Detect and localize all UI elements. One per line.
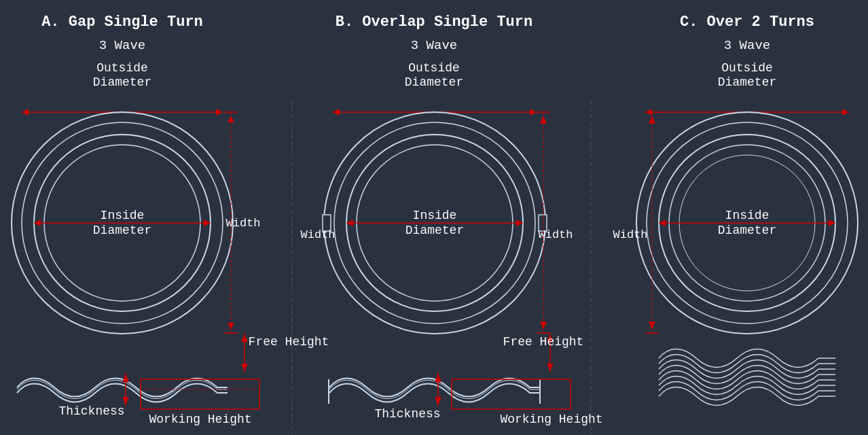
od-label-a-1: Outside [96,61,148,75]
width-label-c: Width [613,228,647,241]
title-c: C. Over 2 Turns [680,14,814,31]
od-label-b-2: Diameter [405,75,463,89]
id-label-b-1: Inside [413,209,457,222]
title-b: B. Overlap Single Turn [336,14,532,31]
wave-a: 3 Wave [99,38,145,53]
od-label-b-1: Outside [408,61,460,75]
diagram-svg: A. Gap Single Turn B. Overlap Single Tur… [0,0,868,435]
id-label-b-2: Diameter [405,224,464,237]
thickness-label-a: Thickness [58,404,124,418]
thickness-label-b: Thickness [374,407,440,421]
id-label-a-2: Diameter [93,224,151,237]
id-label-a-1: Inside [101,209,145,222]
wave-c: 3 Wave [724,38,770,53]
width-label-b-right: Width [538,228,573,241]
od-label-c-2: Diameter [718,75,776,89]
title-a: A. Gap Single Turn [41,14,203,31]
od-label-c-1: Outside [721,61,773,75]
id-label-c-1: Inside [725,209,770,222]
width-label-b-left: Width [300,228,335,241]
wave-b: 3 Wave [411,38,457,53]
od-label-a-2: Diameter [93,75,151,89]
main-container: A. Gap Single Turn B. Overlap Single Tur… [0,0,868,435]
id-label-c-2: Diameter [718,224,776,237]
working-height-label-a: Working Height [149,413,251,426]
working-height-label-b: Working Height [500,413,602,426]
free-height-label-b: Free Height [503,335,584,349]
free-height-label-a: Free Height [249,335,329,349]
